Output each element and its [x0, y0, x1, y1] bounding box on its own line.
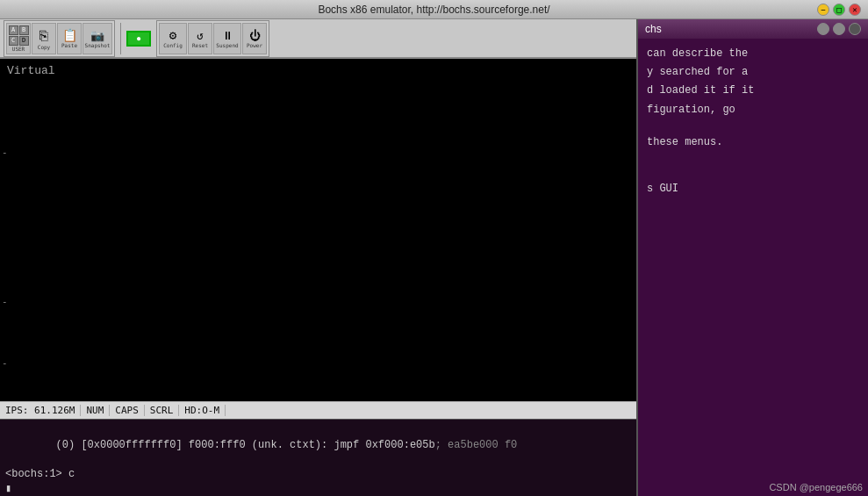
right-panel: chs can describe the y searched for a d … — [636, 19, 868, 496]
toolbar-copy-button[interactable]: ⎘ Copy — [32, 23, 56, 54]
main-area: A B C D USER ⎘ Copy 📋 Paste — [0, 19, 868, 496]
rp-minimize-button[interactable] — [817, 23, 829, 35]
toolbar-suspend-button[interactable]: ⏸ Suspend — [213, 23, 241, 54]
rp-line-3: d loaded it if it — [647, 83, 859, 99]
rp-line-2: y searched for a — [647, 64, 859, 81]
window-controls: − □ ✕ — [817, 4, 861, 16]
console-prompt: ▮ — [5, 482, 631, 495]
console-line-1: (0) [0x0000fffffff0] f000:fff0 (unk. ctx… — [5, 423, 631, 467]
toolbar: A B C D USER ⎘ Copy 📋 Paste — [0, 19, 636, 59]
toolbar-user-icon-group[interactable]: A B C D USER — [6, 23, 31, 54]
hd-status: HD:O-M — [179, 405, 226, 416]
close-button[interactable]: ✕ — [849, 4, 861, 16]
right-panel-title: chs — [645, 23, 662, 35]
toolbar-reset-button[interactable]: ↺ Reset — [188, 23, 212, 54]
rp-close-button[interactable] — [849, 23, 861, 35]
minimize-button[interactable]: − — [817, 4, 829, 16]
user-icon-label: USER — [12, 46, 25, 52]
rp-maximize-button[interactable] — [833, 23, 845, 35]
title-bar: Bochs x86 emulator, http://bochs.sourcef… — [0, 0, 868, 19]
left-marker-1: - — [2, 147, 8, 158]
window-title: Bochs x86 emulator, http://bochs.sourcef… — [51, 4, 817, 16]
toolbar-separator-1 — [120, 23, 121, 54]
emulator-screen[interactable]: Virtual - - - — [0, 59, 636, 401]
toolbar-config-button[interactable]: ⚙ Config — [159, 23, 187, 54]
scroll-lock-status: SCRL — [145, 405, 180, 416]
rp-spacer-1 — [647, 120, 859, 134]
rp-line-gui: s GUI — [647, 181, 859, 198]
left-marker-3: - — [2, 357, 8, 369]
rp-spacer-2 — [647, 153, 859, 181]
right-panel-content: can describe the y searched for a d load… — [647, 46, 859, 199]
caps-lock-status: CAPS — [110, 405, 145, 416]
maximize-button[interactable]: □ — [833, 4, 845, 16]
status-bar: IPS: 61.126M NUM CAPS SCRL HD:O-M — [0, 401, 636, 419]
rp-line-these-menus: these menus. — [647, 134, 859, 151]
toolbar-paste-button[interactable]: 📋 Paste — [57, 23, 82, 54]
num-lock-status: NUM — [81, 405, 110, 416]
green-indicator: ● — [126, 31, 151, 47]
console-line-2: <bochs:1> c — [5, 467, 631, 482]
emu-status-light: ● — [126, 31, 151, 47]
toolbar-snapshot-button[interactable]: 📷 Snapshot — [82, 23, 112, 54]
console-area[interactable]: (0) [0x0000fffffff0] f000:fff0 (unk. ctx… — [0, 419, 636, 496]
emulator-virtual-text: Virtual — [0, 59, 62, 83]
ips-display: IPS: 61.126M — [0, 405, 81, 416]
left-marker-2: - — [2, 296, 8, 307]
rp-line-4: figuration, go — [647, 102, 859, 119]
emulator-wrapper: A B C D USER ⎘ Copy 📋 Paste — [0, 19, 636, 496]
watermark: CSDN @pengege666 — [769, 482, 863, 492]
toolbar-power-button[interactable]: ⏻ Power — [242, 23, 267, 54]
rp-line-1: can describe the — [647, 46, 859, 62]
right-panel-controls — [817, 23, 861, 35]
right-panel-titlebar: chs — [638, 19, 868, 39]
